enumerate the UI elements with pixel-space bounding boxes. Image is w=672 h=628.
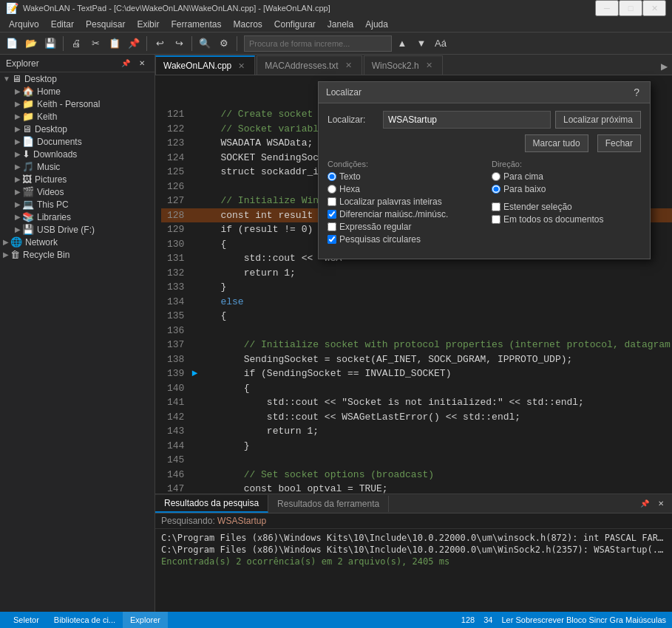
tab-macaddresses[interactable]: MACAddresses.txt ✕: [257, 55, 362, 75]
menu-exibir[interactable]: Exibir: [131, 18, 165, 31]
radio-baixo[interactable]: Para baixo: [492, 184, 641, 194]
tree-item-keith-personal[interactable]: ▶ 📁 Keith - Personal: [0, 98, 155, 110]
status-info: 128 34 Ler Sobrescrever Bloco Sincr Gra …: [461, 615, 666, 624]
tab-scroll-button[interactable]: ▶: [656, 58, 672, 75]
cut-button[interactable]: ✂: [86, 35, 104, 52]
check-maiusc-input[interactable]: [327, 210, 336, 219]
check-palavras-input[interactable]: [327, 197, 336, 206]
tree-item-home[interactable]: ▶ 🏠 Home: [0, 85, 155, 98]
status-bar: Seletor Biblioteca de ci... Explorer 128…: [0, 612, 672, 628]
check-palavras-label: Localizar palavras inteiras: [339, 197, 442, 207]
toolbar-search-input[interactable]: [244, 35, 392, 52]
new-button[interactable]: 📄: [3, 35, 21, 52]
radio-cima[interactable]: Para cima: [492, 171, 641, 182]
menu-ajuda[interactable]: Ajuda: [359, 18, 394, 31]
maximize-button[interactable]: □: [619, 0, 642, 16]
tree-arrow: ▶: [15, 87, 21, 95]
bottom-panel-close[interactable]: ✕: [654, 497, 668, 511]
redo-button[interactable]: ↪: [170, 35, 188, 52]
menu-janela[interactable]: Janela: [322, 18, 359, 31]
tree-arrow: ▶: [3, 250, 9, 259]
tab-wakeonlan-cpp[interactable]: WakeOnLAN.cpp ✕: [155, 55, 255, 75]
tree-item-keith[interactable]: ▶ 📁 Keith: [0, 110, 155, 123]
tab-close-mac[interactable]: ✕: [343, 60, 354, 71]
copy-button[interactable]: 📋: [106, 35, 123, 52]
macro-button[interactable]: ⚙: [215, 35, 233, 52]
check-regex-label: Expressão regular: [339, 222, 411, 232]
check-regex[interactable]: Expressão regular: [327, 222, 477, 232]
menu-configurar[interactable]: Configurar: [268, 18, 322, 31]
videos-icon: 🎬: [22, 186, 34, 197]
bottom-panel-content[interactable]: C:\Program Files (x86)\Windows Kits\10\I…: [155, 529, 672, 612]
bottom-tab-search-results[interactable]: Resultados da pesquisa: [155, 495, 268, 513]
tree-item-documents[interactable]: ▶ 📄 Documents: [0, 135, 155, 148]
radio-hexa[interactable]: Hexa: [327, 184, 477, 194]
tree-item-network[interactable]: ▶ 🌐 Network: [0, 236, 155, 248]
tree-item-music[interactable]: ▶ 🎵 Music: [0, 160, 155, 173]
check-em-docs[interactable]: Em todos os documentos: [492, 214, 641, 225]
check-ext-input[interactable]: [492, 202, 500, 211]
tree-item-thispc[interactable]: ▶ 💻 This PC: [0, 198, 155, 211]
find-button[interactable]: 🔍: [196, 35, 214, 52]
search-settings-button[interactable]: Aá: [432, 35, 449, 52]
check-palavras[interactable]: Localizar palavras inteiras: [327, 197, 477, 207]
status-tab-explorer[interactable]: Explorer: [123, 612, 168, 628]
menu-arquivo[interactable]: Arquivo: [3, 18, 45, 31]
tree-item-videos[interactable]: ▶ 🎬 Videos: [0, 185, 155, 198]
tree-arrow: ▼: [3, 75, 10, 83]
check-circular-input[interactable]: [327, 235, 336, 244]
tree-item-libraries[interactable]: ▶ 📚 Libraries: [0, 211, 155, 223]
menu-ferramentas[interactable]: Ferramentas: [165, 18, 227, 31]
check-circular[interactable]: Pesquisas circulares: [327, 234, 477, 245]
tree-item-pictures[interactable]: ▶ 🖼 Pictures: [0, 173, 155, 185]
tree-item-downloads[interactable]: ▶ ⬇ Downloads: [0, 148, 155, 160]
bottom-panel-pin[interactable]: 📌: [638, 497, 651, 511]
open-button[interactable]: 📂: [22, 35, 40, 52]
check-emdocs-input[interactable]: [492, 215, 500, 224]
menu-macros[interactable]: Macros: [227, 18, 268, 31]
radio-cima-label: Para cima: [503, 171, 543, 182]
minimize-button[interactable]: ─: [595, 0, 619, 16]
status-tab-biblioteca[interactable]: Biblioteca de ci...: [47, 612, 123, 628]
mark-all-button[interactable]: Marcar tudo: [525, 134, 588, 152]
search-up-button[interactable]: ▲: [393, 35, 411, 52]
find-close-button[interactable]: Fechar: [597, 134, 641, 152]
radio-baixo-input[interactable]: [492, 185, 500, 194]
tree-arrow: ▶: [15, 137, 21, 146]
radio-cima-input[interactable]: [492, 172, 500, 181]
explorer-pin-button[interactable]: 📌: [119, 57, 132, 70]
tab-close-winsock[interactable]: ✕: [424, 60, 435, 71]
bottom-search-info: Pesquisando: WSAStartup: [155, 513, 672, 529]
check-maiusc[interactable]: Diferenciar maiúsc./minúsc.: [327, 209, 477, 219]
bottom-tab-tool-results[interactable]: Resultados da ferramenta: [268, 496, 389, 512]
print-button[interactable]: 🖨: [67, 35, 85, 52]
downloads-icon: ⬇: [22, 149, 30, 160]
radio-texto-input[interactable]: [327, 172, 336, 181]
check-regex-input[interactable]: [327, 222, 336, 231]
close-button[interactable]: ✕: [642, 0, 666, 16]
find-input[interactable]: [383, 111, 551, 129]
find-next-button[interactable]: Localizar próxima: [555, 111, 641, 129]
tree-item-desktop-root[interactable]: ▼ 🖥 Desktop: [0, 72, 155, 85]
bottom-result-2: C:\Program Files (x86)\Windows Kits\10\I…: [161, 544, 666, 556]
tab-close-wakeonlan[interactable]: ✕: [236, 61, 247, 72]
explorer-close-button[interactable]: ✕: [135, 57, 149, 70]
tree-arrow: ▶: [3, 238, 9, 246]
music-icon: 🎵: [22, 161, 34, 172]
paste-button[interactable]: 📌: [125, 35, 143, 52]
check-ext-selecao[interactable]: Estender seleção: [492, 202, 641, 212]
tree-item-usb[interactable]: ▶ 💾 USB Drive (F:): [0, 223, 155, 236]
tree-item-desktop2[interactable]: ▶ 🖥 Desktop: [0, 123, 155, 135]
radio-hexa-input[interactable]: [327, 185, 336, 194]
undo-button[interactable]: ↩: [151, 35, 169, 52]
tab-label: MACAddresses.txt: [265, 61, 338, 71]
status-tab-seletor[interactable]: Seletor: [6, 612, 47, 628]
menu-editar[interactable]: Editar: [45, 18, 80, 31]
search-down-button[interactable]: ▼: [413, 35, 430, 52]
tree-item-recycle[interactable]: ▶ 🗑 Recycle Bin: [0, 248, 155, 261]
find-dialog-close-icon[interactable]: ?: [631, 86, 642, 98]
save-button[interactable]: 💾: [41, 35, 59, 52]
radio-texto[interactable]: Texto: [327, 171, 477, 182]
tab-winsock2[interactable]: WinSock2.h ✕: [364, 55, 443, 75]
menu-pesquisar[interactable]: Pesquisar: [80, 18, 131, 31]
